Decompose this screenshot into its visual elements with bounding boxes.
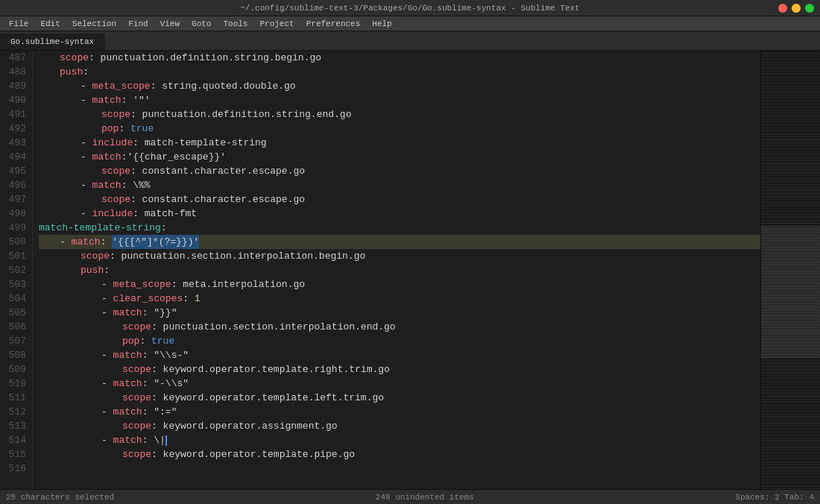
line-number: 487 [6,51,26,65]
code-token: scope [81,249,110,263]
code-token: - [60,235,72,249]
code-token: - [101,377,113,391]
status-middle: 248 unindented items [376,493,474,502]
indent-space [39,207,81,221]
tab-label: Go.sublime-syntax [10,37,94,46]
code-token: : keyword.operator.assignment.go [151,419,338,433]
indent-space [39,235,60,249]
menu-item-edit[interactable]: Edit [34,16,66,31]
code-token: : punctuation.definition.string.begin.go [89,51,321,65]
title-text: ~/.config/sublime-text-3/Packages/Go/Go.… [240,4,579,13]
line-number: 511 [6,391,26,405]
titlebar: ~/.config/sublime-text-3/Packages/Go/Go.… [0,0,820,16]
code-token: match [92,150,122,164]
code-token: scope [122,419,151,433]
code-token: : match-fmt [133,207,197,221]
line-number: 516 [6,462,26,476]
code-token: - [101,405,113,419]
indent-space [39,79,81,93]
code-token: :'{{char_escape}}' [122,150,226,164]
line-number: 497 [6,192,26,207]
line-number: 514 [6,433,26,447]
line-number: 498 [6,207,26,221]
indent-space [39,93,81,107]
status-left: 25 characters selected [6,493,114,502]
code-token: 1 [195,292,201,306]
line-number: 503 [6,277,26,292]
code-token: - [101,292,113,306]
statusbar: 25 characters selected 248 unindented it… [0,489,820,504]
code-token: match [113,306,142,320]
code-token: '{{[^"]*(?=}})' [112,235,199,249]
code-token: - [81,207,92,221]
code-token: : punctuation.definition.string.end.go [130,107,351,122]
code-token: scope [122,362,151,377]
indent-space [39,65,60,79]
table-row: - match: "-\\s" [39,377,760,391]
maximize-button[interactable] [805,4,814,13]
menu-item-project[interactable]: Project [253,16,300,31]
tabbar: Go.sublime-syntax [0,31,820,51]
table-row: - match: '"' [39,93,760,107]
table-row: - match: "}}" [39,306,760,320]
code-token: scope [122,391,151,405]
menu-item-find[interactable]: Find [122,16,154,31]
code-token: : keyword.operator.template.pipe.go [151,447,355,462]
indent-space [39,362,122,377]
code-token: : [83,65,89,79]
menu-item-preferences[interactable]: Preferences [300,16,367,31]
table-row: - match: '{{[^"]*(?=}})' [39,235,760,249]
code-token: : match-template-string [133,136,266,150]
code-token: : [101,235,113,249]
window-controls [778,4,814,13]
line-number: 496 [6,178,26,192]
code-token: - [101,277,113,292]
menu-item-file[interactable]: File [3,16,34,31]
code-token: scope [60,51,89,65]
indent-space [39,249,81,263]
menu-item-selection[interactable]: Selection [66,16,122,31]
close-button[interactable] [778,4,787,13]
menu-item-help[interactable]: Help [366,16,397,31]
code-token: : [104,263,110,277]
indent-space [39,51,60,65]
line-number: 499 [6,221,26,235]
menu-item-view[interactable]: View [154,16,186,31]
indent-space [39,348,101,362]
line-number: 513 [6,419,26,433]
line-number: 509 [6,362,26,377]
indent-space [39,405,101,419]
code-token: pop [122,334,139,348]
table-row: scope: constant.character.escape.go [39,192,760,207]
code-token: : constant.character.escape.go [130,192,305,207]
table-row: - meta_scope: string.quoted.double.go [39,79,760,93]
code-token: true [151,334,174,348]
code-token: match-template-string [39,221,161,235]
indent-space [39,320,122,334]
indent-space [39,419,122,433]
minimap[interactable] [760,51,820,489]
menu-item-goto[interactable]: Goto [186,16,217,31]
table-row: - meta_scope: meta.interpolation.go [39,277,760,292]
code-token: : [139,334,151,348]
line-number: 494 [6,150,26,164]
indent-space [39,334,122,348]
menu-item-tools[interactable]: Tools [217,16,253,31]
table-row: scope: keyword.operator.template.left.tr… [39,391,760,405]
table-row: scope: keyword.operator.template.right.t… [39,362,760,377]
code-token [165,435,167,446]
code-token: - [81,150,92,164]
table-row: match-template-string: [39,221,760,235]
code-token: include [92,136,133,150]
table-row: - clear_scopes: 1 [39,292,760,306]
code-token: - [81,178,92,192]
tab-go-syntax[interactable]: Go.sublime-syntax [0,34,105,50]
table-row: - include: match-fmt [39,207,760,221]
menubar: FileEditSelectionFindViewGotoToolsProjec… [0,16,820,31]
line-number: 512 [6,405,26,419]
code-area[interactable]: scope: punctuation.definition.string.beg… [33,51,760,489]
line-number: 510 [6,377,26,391]
line-number: 492 [6,122,26,136]
minimize-button[interactable] [792,4,801,13]
table-row: pop: true [39,334,760,348]
